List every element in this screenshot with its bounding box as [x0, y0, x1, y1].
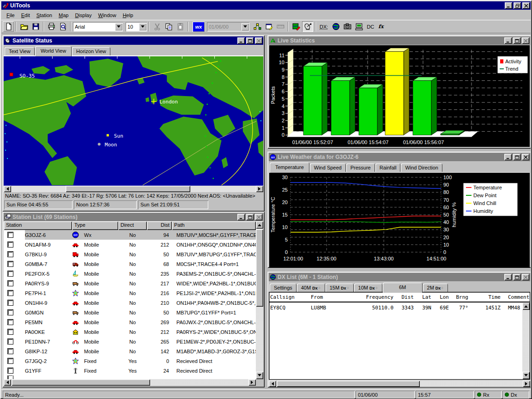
station-checkbox[interactable]: [7, 290, 13, 296]
tab-world-view[interactable]: World View: [35, 46, 72, 56]
satellite-minimize-button[interactable]: [237, 37, 245, 44]
table-row[interactable]: G1YFF Fixed Yes 24 Recieved Direct: [4, 366, 256, 375]
scroll-right-button[interactable]: [256, 186, 263, 192]
scroll-thumb[interactable]: [12, 379, 150, 386]
open-button[interactable]: [18, 21, 30, 32]
table-row[interactable]: G3OJZ-6 wx Wx No 94 MB7UIV*,M0CSH*,G1YFF…: [4, 230, 256, 240]
station-checkbox[interactable]: [7, 375, 13, 379]
terminal-button[interactable]: [353, 21, 364, 32]
table-row[interactable]: PA0OKE Mobile No 212 PA0RYS-2*,WIDE*,ON1…: [4, 327, 256, 337]
minimize-button[interactable]: [505, 2, 512, 9]
station-checkbox[interactable]: [7, 261, 13, 267]
menu-map[interactable]: Map: [55, 11, 72, 19]
dc-button[interactable]: DC: [365, 22, 376, 32]
date-combo[interactable]: 01/06/00: [207, 22, 249, 31]
scroll-thumb[interactable]: [66, 186, 190, 192]
map-horizontal-scrollbar[interactable]: [4, 186, 263, 192]
cut-button[interactable]: [151, 21, 163, 32]
save-button[interactable]: [30, 21, 41, 32]
tab-15m[interactable]: 15MDx: [326, 284, 354, 292]
station-checkbox[interactable]: [7, 271, 13, 277]
statistics-close-button[interactable]: [522, 37, 529, 44]
station-list-close-button[interactable]: [255, 214, 262, 220]
column-header-direct[interactable]: Direct: [118, 221, 147, 230]
statistics-maximize-button[interactable]: [513, 37, 520, 44]
station-checkbox[interactable]: [7, 232, 13, 238]
column-header-type[interactable]: Type: [72, 221, 118, 230]
tab-2m[interactable]: 2MDx: [423, 284, 448, 292]
tab-text-view[interactable]: Text View: [5, 47, 35, 55]
table-row[interactable]: PE1DNN-7 Mobile No 265 PE1MEW-2*,PD0JEY-…: [4, 337, 256, 346]
print-button[interactable]: [46, 21, 57, 32]
new-document-button[interactable]: [3, 21, 14, 32]
weather-minimize-button[interactable]: [504, 154, 512, 160]
dx-minimize-button[interactable]: [504, 274, 512, 280]
scroll-up-button[interactable]: [256, 221, 263, 229]
tab-settings[interactable]: Settings: [270, 284, 296, 292]
station-horizontal-scrollbar[interactable]: [4, 379, 256, 386]
copy-button[interactable]: [163, 21, 174, 32]
dx-maximize-button[interactable]: [513, 274, 520, 280]
scroll-down-button[interactable]: [256, 372, 263, 379]
date-combo-drop[interactable]: [242, 23, 249, 30]
print-preview-button[interactable]: [57, 21, 68, 32]
station-checkbox[interactable]: [7, 348, 13, 354]
scroll-down-button[interactable]: [522, 372, 530, 379]
table-row[interactable]: G7JGQ-2 Fixed Yes 0 Recieved Direct: [4, 356, 256, 366]
tab-10m[interactable]: 10MDx: [354, 284, 382, 292]
table-row[interactable]: PE5MN Mobile No 269 PA0JWX-2*,ON1BUC-5*,…: [4, 317, 256, 327]
table-row[interactable]: ON1AFM-9 Mobile No 212 ON1HH*,ON5GQ*,ON1…: [4, 240, 256, 249]
wx-toggle-button[interactable]: wx: [193, 22, 205, 32]
column-header-dist[interactable]: Dist: [147, 221, 172, 230]
dx-vertical-scrollbar[interactable]: [522, 302, 530, 379]
tab-wind-direction[interactable]: Wind Direction: [401, 163, 442, 172]
font-size-drop[interactable]: [139, 23, 146, 30]
dx-table-row[interactable]: EY8CQ LU8MB 50110.0 3343 39N 69E 77° 145…: [269, 302, 522, 313]
scroll-left-button[interactable]: [4, 379, 11, 386]
table-row[interactable]: PE2FOX-5 Mobile No 235 PA3EMS-2*,ON1BUC-…: [4, 269, 256, 278]
scroll-right-button[interactable]: [248, 379, 256, 386]
station-checkbox[interactable]: [7, 339, 13, 345]
globe-button[interactable]: [330, 21, 341, 32]
tab-temperature[interactable]: Temperature: [270, 163, 309, 173]
scroll-left-button[interactable]: [269, 381, 276, 387]
dx-list-button[interactable]: DX:: [318, 22, 330, 32]
properties-button[interactable]: [263, 21, 274, 32]
table-row[interactable]: G7BKU-9 Mobile No 50 MB7UIV*,MB7UPG*,G1Y…: [4, 249, 256, 259]
table-row[interactable]: PE7PH-1 Mobile No 216 PE1JSI-2*,WIDE*,PA…: [4, 288, 256, 298]
camera-button[interactable]: [342, 21, 353, 32]
column-header-station[interactable]: Station: [4, 221, 72, 230]
font-combo[interactable]: Arial: [73, 22, 123, 31]
nodes-button[interactable]: [252, 21, 263, 32]
dx-horizontal-scrollbar[interactable]: [269, 381, 530, 387]
paste-button[interactable]: [175, 21, 186, 32]
station-checkbox[interactable]: [7, 319, 13, 325]
table-row[interactable]: PA0RYS-9 Mobile No 217 WIDE*,WIDE*,PA2HB…: [4, 278, 256, 288]
menu-edit[interactable]: Edit: [18, 11, 33, 19]
restore-button[interactable]: [514, 2, 521, 9]
menu-window[interactable]: Window: [95, 11, 119, 19]
tab-wind-speed[interactable]: Wind Speed: [310, 163, 346, 172]
tab-rainfall[interactable]: Rainfall: [375, 163, 401, 172]
menu-help[interactable]: Help: [120, 11, 137, 19]
statistics-minimize-button[interactable]: [504, 37, 512, 44]
weather-maximize-button[interactable]: [513, 154, 520, 160]
weather-close-button[interactable]: [522, 154, 529, 160]
satellite-view-button[interactable]: [302, 21, 313, 32]
scroll-left-button[interactable]: [4, 186, 11, 192]
satellite-maximize-button[interactable]: [246, 37, 254, 44]
column-header-path[interactable]: Path: [172, 221, 256, 230]
station-checkbox[interactable]: [7, 251, 13, 257]
dx-close-button[interactable]: [522, 274, 529, 280]
ruler-button[interactable]: [275, 21, 286, 32]
scroll-thumb[interactable]: [277, 381, 420, 387]
station-checkbox[interactable]: [7, 242, 13, 248]
tab-horizon-view[interactable]: Horizon View: [72, 47, 110, 55]
station-vertical-scrollbar[interactable]: [256, 221, 263, 379]
station-checkbox[interactable]: [7, 368, 13, 374]
station-checkbox[interactable]: [7, 358, 13, 364]
scroll-thumb[interactable]: [256, 229, 263, 307]
table-row[interactable]: G0MBA-7 Mobile No 68 M0CSH*,TRACE4-4 Por…: [4, 259, 256, 269]
satellite-close-button[interactable]: [255, 37, 262, 44]
scroll-right-button[interactable]: [523, 381, 530, 387]
